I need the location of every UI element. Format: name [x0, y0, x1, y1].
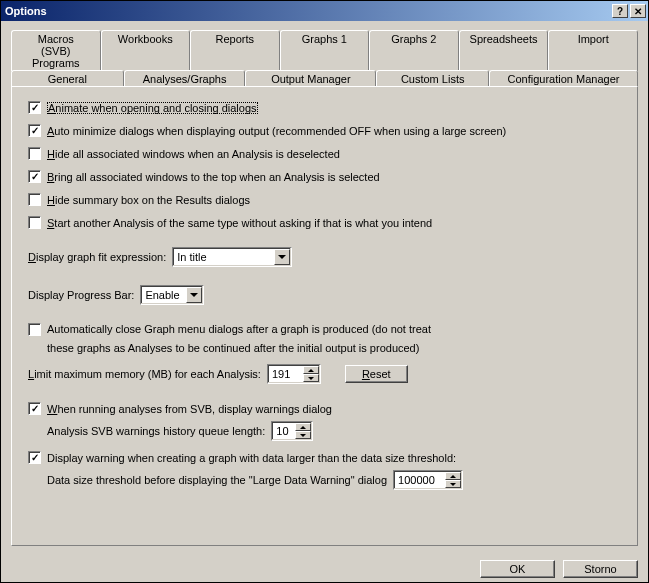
- lbl-hidesummary[interactable]: Hide summary box on the Results dialogs: [47, 194, 250, 206]
- chk-hideassoc[interactable]: [28, 147, 41, 160]
- lbl-animate[interactable]: Animate when opening and closing dialogs: [47, 102, 258, 114]
- close-button[interactable]: ✕: [630, 4, 646, 18]
- spin-up-icon[interactable]: [303, 366, 319, 374]
- cancel-button[interactable]: Storno: [563, 560, 638, 578]
- lbl-dispwarn[interactable]: Display warning when creating a graph wi…: [47, 452, 456, 464]
- lbl-automin[interactable]: Auto minimize dialogs when displaying ou…: [47, 125, 506, 137]
- spin-threshold-value: 100000: [394, 471, 444, 489]
- lbl-svbwarn[interactable]: When running analyses from SVB, display …: [47, 403, 332, 415]
- spin-down-icon[interactable]: [445, 480, 461, 488]
- chk-autoclose[interactable]: [28, 323, 41, 336]
- combo-progbar-value: Enable: [141, 288, 185, 302]
- chk-startanother[interactable]: [28, 216, 41, 229]
- combo-fitexpr[interactable]: In title: [172, 247, 292, 267]
- lbl-maxmem: Limit maximum memory (MB) for each Analy…: [28, 368, 261, 380]
- spin-up-icon[interactable]: [445, 472, 461, 480]
- spin-down-icon[interactable]: [295, 431, 311, 439]
- spin-maxmem[interactable]: 191: [267, 364, 321, 384]
- lbl-threshold: Data size threshold before displaying th…: [47, 474, 387, 486]
- tab-panel: Animate when opening and closing dialogs…: [11, 86, 638, 546]
- lbl-fitexpr: Display graph fit expression:: [28, 251, 166, 263]
- tab-reports[interactable]: Reports: [190, 30, 280, 71]
- lbl-bringtop[interactable]: Bring all associated windows to the top …: [47, 171, 380, 183]
- tab-row-bottom: General Analyses/Graphs Output Manager C…: [11, 69, 638, 87]
- lbl-queuelen: Analysis SVB warnings history queue leng…: [47, 425, 265, 437]
- tab-macros[interactable]: Macros (SVB) Programs: [11, 30, 101, 71]
- spin-queuelen-value: 10: [272, 422, 294, 440]
- spin-maxmem-value: 191: [268, 365, 302, 383]
- tab-workbooks[interactable]: Workbooks: [101, 30, 191, 71]
- lbl-autoclose-line2: these graphs as Analyses to be continued…: [47, 342, 621, 354]
- window-title: Options: [5, 5, 610, 17]
- options-dialog: Options ? ✕ Macros (SVB) Programs Workbo…: [0, 0, 649, 583]
- chk-animate[interactable]: [28, 101, 41, 114]
- chevron-down-icon[interactable]: [274, 249, 290, 265]
- chevron-down-icon[interactable]: [186, 287, 202, 303]
- tab-graphs1[interactable]: Graphs 1: [280, 30, 370, 71]
- tab-graphs2[interactable]: Graphs 2: [369, 30, 459, 71]
- reset-button[interactable]: Reset: [345, 365, 408, 383]
- combo-fitexpr-value: In title: [173, 250, 273, 264]
- combo-progbar[interactable]: Enable: [140, 285, 204, 305]
- chk-hidesummary[interactable]: [28, 193, 41, 206]
- spin-threshold[interactable]: 100000: [393, 470, 463, 490]
- lbl-autoclose[interactable]: Automatically close Graph menu dialogs a…: [47, 323, 431, 335]
- help-button[interactable]: ?: [612, 4, 628, 18]
- tab-row-top: Macros (SVB) Programs Workbooks Reports …: [11, 29, 638, 70]
- tab-import[interactable]: Import: [548, 30, 638, 71]
- lbl-hideassoc[interactable]: Hide all associated windows when an Anal…: [47, 148, 340, 160]
- chk-svbwarn[interactable]: [28, 402, 41, 415]
- chk-dispwarn[interactable]: [28, 451, 41, 464]
- titlebar: Options ? ✕: [1, 1, 648, 21]
- ok-button[interactable]: OK: [480, 560, 555, 578]
- spin-down-icon[interactable]: [303, 374, 319, 382]
- lbl-startanother[interactable]: Start another Analysis of the same type …: [47, 217, 432, 229]
- tab-spreadsheets[interactable]: Spreadsheets: [459, 30, 549, 71]
- chk-automin[interactable]: [28, 124, 41, 137]
- chk-bringtop[interactable]: [28, 170, 41, 183]
- spin-queuelen[interactable]: 10: [271, 421, 313, 441]
- spin-up-icon[interactable]: [295, 423, 311, 431]
- lbl-progbar: Display Progress Bar:: [28, 289, 134, 301]
- dialog-footer: OK Storno: [1, 554, 648, 583]
